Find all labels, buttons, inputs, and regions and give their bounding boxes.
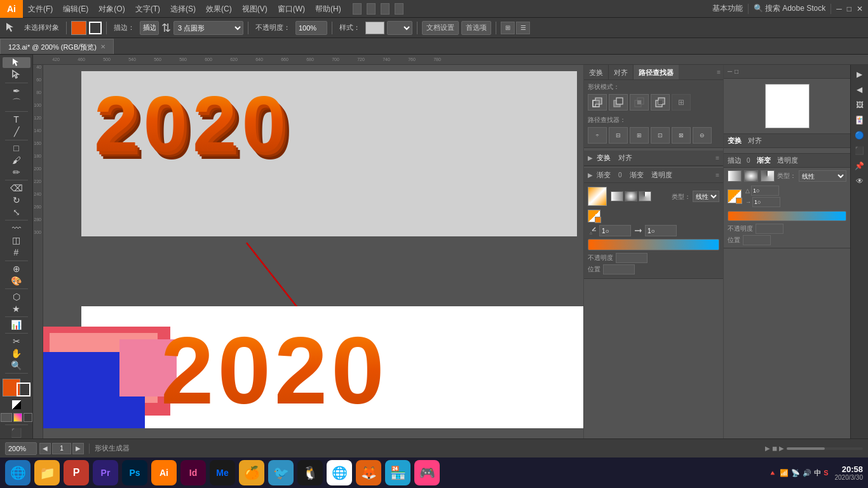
task-illustrator[interactable]: Ai [151, 460, 177, 485]
gradient-mode-btn[interactable] [13, 413, 22, 422]
linear-grad-btn[interactable] [611, 191, 623, 201]
tool-perspective[interactable]: ⬡ [3, 292, 31, 302]
tool-slice[interactable]: ✂ [3, 336, 31, 347]
stroke-input[interactable] [140, 21, 159, 35]
fr-btn-6[interactable]: ⬛ [853, 144, 867, 158]
task-files[interactable]: 📁 [34, 460, 60, 485]
tab-pathfinder[interactable]: 路径查找器 [634, 65, 679, 79]
task-store[interactable]: 🏪 [385, 460, 410, 485]
tab-close-btn[interactable]: ✕ [100, 39, 105, 55]
task-chrome[interactable]: 🌐 [327, 460, 352, 485]
shape-exclude-btn[interactable] [651, 94, 670, 111]
menu-text[interactable]: 文字(T) [130, 0, 165, 18]
arrange-btn2[interactable]: ☰ [516, 22, 530, 34]
tool-scale[interactable]: ⤡ [3, 207, 31, 217]
panel-expand-2[interactable]: ≡ [715, 172, 719, 179]
tool-paintbrush[interactable]: 🖌 [3, 154, 31, 165]
minimize-btn[interactable]: ─ [836, 4, 842, 13]
shape-expand-btn[interactable]: ⊞ [672, 94, 691, 111]
task-browser[interactable]: 🌐 [5, 460, 31, 485]
menu-select[interactable]: 选择(S) [165, 0, 201, 18]
task-premiere[interactable]: Pr [93, 460, 118, 485]
tool-stroke-color[interactable] [17, 383, 31, 396]
menu-window[interactable]: 窗口(W) [273, 0, 310, 18]
grad-type-freeform[interactable] [761, 170, 775, 182]
grad-type-linear[interactable] [728, 170, 742, 182]
align-tab-btn[interactable]: 对齐 [618, 153, 632, 163]
gradient-preview[interactable] [588, 187, 607, 206]
tool-live-paint[interactable]: 🎨 [3, 275, 31, 286]
opacity-input-far[interactable] [756, 224, 783, 234]
color-mode-btn[interactable] [1, 413, 12, 422]
tab-align[interactable]: 对齐 [609, 65, 634, 79]
task-powerpoint[interactable]: P [64, 460, 89, 485]
tool-direct-selection[interactable] [3, 69, 31, 80]
bridge-icon[interactable] [353, 3, 362, 15]
menu-help[interactable]: 帮助(H) [310, 0, 346, 18]
tool-hand[interactable]: ✋ [3, 348, 31, 358]
radial-grad-btn[interactable] [625, 191, 637, 201]
menu-view[interactable]: 视图(V) [237, 0, 273, 18]
pf-minus-back-btn[interactable]: ⊖ [693, 127, 712, 144]
zoom-input[interactable] [5, 442, 37, 455]
shape-intersect-btn[interactable] [630, 94, 649, 111]
device-icon[interactable] [395, 3, 403, 15]
tool-pencil[interactable]: ✏ [3, 166, 31, 177]
tool-column-chart[interactable]: 📊 [3, 320, 31, 330]
task-encoder[interactable]: Me [210, 460, 235, 485]
type-dropdown[interactable]: 线性 [799, 170, 846, 182]
maximize-btn[interactable]: □ [847, 4, 851, 13]
tool-type[interactable]: T [3, 114, 31, 125]
tool-rotate[interactable]: ↻ [3, 195, 31, 206]
scroll-bar-h[interactable] [787, 447, 863, 450]
shape-unite-btn[interactable] [588, 94, 607, 111]
angle-grad-btn[interactable] [639, 191, 651, 201]
fr-btn-5[interactable]: 🔵 [853, 128, 867, 142]
panel-collapse-1[interactable]: ▶ [588, 154, 593, 161]
fr-btn-7[interactable]: 📌 [853, 159, 867, 173]
pf-trim-btn[interactable]: ⊟ [609, 127, 628, 144]
gradient-panel-tab[interactable]: 渐变 [630, 170, 644, 180]
preferences-btn[interactable]: 首选项 [461, 21, 491, 35]
none-mode-btn[interactable] [24, 413, 32, 422]
menu-effect[interactable]: 效果(C) [201, 0, 237, 18]
tool-symbols[interactable]: ★ [3, 303, 31, 314]
gradient-type-select[interactable]: 线性 [693, 191, 719, 202]
fr-btn-2[interactable]: ◀ [853, 83, 867, 97]
tool-shape-builder[interactable]: ⊕ [3, 263, 31, 274]
tool-line[interactable]: ╱ [3, 126, 31, 137]
pf-merge-btn[interactable]: ⊞ [630, 127, 649, 144]
opacity-panel-tab[interactable]: 透明度 [651, 170, 672, 180]
stroke-color[interactable] [89, 22, 102, 34]
gradient-angle-input[interactable] [599, 225, 631, 236]
menu-object[interactable]: 对象(O) [93, 0, 130, 18]
pf-divide-btn[interactable]: ÷ [588, 127, 607, 144]
workspace-selector[interactable]: 基本功能 [712, 3, 743, 14]
grad-type-radial[interactable] [744, 170, 758, 182]
task-fruit[interactable]: 🍊 [239, 460, 264, 485]
task-penguin[interactable]: 🐧 [297, 460, 323, 485]
panel-expand-btn[interactable]: ≡ [715, 154, 719, 161]
opacity-field-input[interactable] [616, 253, 648, 263]
far-opacity-label[interactable]: 透明度 [777, 156, 798, 165]
style-select[interactable] [387, 21, 412, 35]
tool-warp[interactable]: 〰 [3, 223, 31, 234]
swap-colors-btn[interactable] [12, 400, 21, 409]
panel-menu-btn[interactable]: ≡ [717, 69, 721, 76]
tool-curvature[interactable]: ⌒ [3, 97, 31, 109]
canvas-area[interactable]: 2020 2020 2020 2020 [43, 65, 583, 438]
arrange-btn[interactable]: ⊞ [501, 22, 515, 34]
length-input-far[interactable] [752, 197, 780, 207]
gradient-length-input[interactable] [645, 225, 677, 236]
tool-mesh[interactable]: # [3, 247, 31, 258]
doc-settings-btn[interactable]: 文档设置 [422, 21, 459, 35]
tool-zoom[interactable]: 🔍 [3, 360, 31, 370]
close-btn[interactable]: ✕ [857, 4, 863, 13]
fr-btn-4[interactable]: 🃏 [853, 113, 867, 127]
task-indesign[interactable]: Id [180, 460, 206, 485]
pf-crop-btn[interactable]: ⊡ [651, 127, 670, 144]
expand-far[interactable]: □ [735, 68, 738, 75]
opacity-input[interactable] [295, 21, 327, 35]
stock-icon[interactable] [367, 3, 376, 15]
task-bird[interactable]: 🐦 [268, 460, 294, 485]
